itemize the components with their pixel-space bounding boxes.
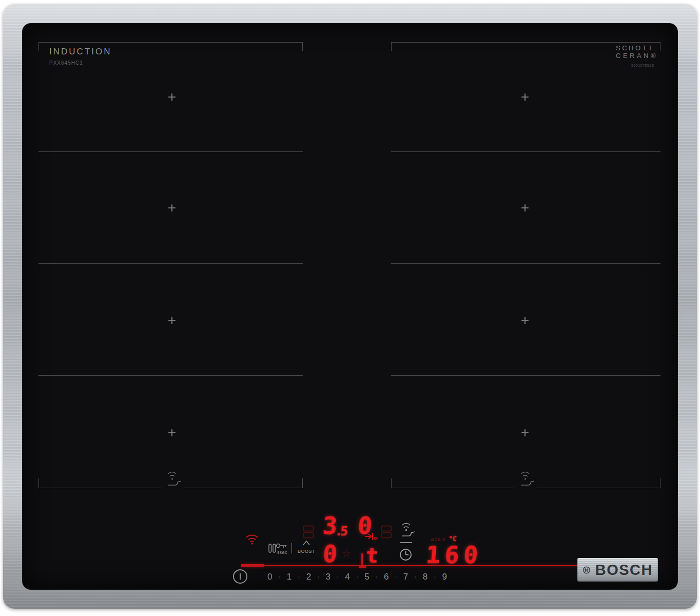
zone-plus-mark: +: [521, 90, 529, 104]
bosch-wordmark: BOSCH: [595, 563, 653, 578]
zone-plus-mark: +: [168, 313, 176, 328]
power-level-scale[interactable]: 0 · 1 · 2 · 3 · 4 · 5 · 6 · 7 · 8 · 9: [267, 571, 447, 582]
star-icon: ☆: [342, 548, 351, 559]
slider-number[interactable]: 6: [384, 572, 388, 581]
display-segment-bar: [361, 553, 363, 565]
zone-plus-mark: +: [168, 426, 176, 440]
chevron-up-icon[interactable]: [302, 540, 310, 546]
model-number-label: PXX645HC1: [49, 60, 83, 66]
zone-left-top-line: [38, 42, 303, 43]
slider-number[interactable]: 9: [442, 572, 446, 581]
zone-right-bottom-line-b: [537, 488, 660, 488]
pan-sensor-icon: [514, 471, 536, 488]
zone-plus-mark: +: [521, 201, 529, 215]
slider-number[interactable]: 2: [306, 572, 311, 581]
slider-track[interactable]: [264, 565, 616, 566]
slider-dot: ·: [414, 573, 417, 580]
slider-number[interactable]: 4: [345, 572, 349, 581]
zone-left-bottom-stub-r: [302, 478, 303, 488]
slider-number[interactable]: 7: [403, 572, 408, 581]
zone-left-divider-1: [38, 151, 303, 152]
zone-right-divider-2: [391, 263, 660, 264]
clock-icon[interactable]: [399, 548, 412, 561]
slider-dot: ·: [375, 573, 378, 580]
move-pan-icon: [364, 532, 379, 542]
power-button[interactable]: [233, 569, 247, 584]
display-zone-front-right: t: [365, 545, 379, 566]
slider-dot: ·: [317, 573, 320, 580]
zone-right-bottom-stub-l: [391, 478, 392, 488]
zone-plus-mark: +: [521, 313, 529, 328]
slider-number[interactable]: 5: [364, 572, 369, 581]
pause-icon[interactable]: [268, 544, 276, 553]
slider-dot: ·: [434, 573, 436, 580]
zone-left-divider-3: [38, 375, 303, 376]
slider-dot: ·: [356, 573, 359, 580]
slider-number[interactable]: 0: [267, 572, 272, 581]
zone-right-top-stub-l: [391, 42, 392, 51]
slider-number[interactable]: 3: [325, 572, 330, 581]
zone-plus-mark: +: [168, 90, 176, 104]
pan-sensor-icon: [161, 471, 183, 488]
zone-right-divider-3: [391, 375, 660, 376]
zone-left-bottom-line-b: [184, 488, 303, 488]
key-icon[interactable]: [276, 542, 288, 549]
slider-dot: ·: [298, 573, 300, 580]
divider: [291, 543, 292, 553]
zone-right-bottom-line-a: [391, 488, 514, 488]
slider-dot: ·: [395, 573, 397, 580]
zone-left-bottom-line-a: [38, 488, 162, 488]
display-zone-back-left: 3 . 5: [323, 514, 348, 537]
schott-ceran-logo: SCHOTT CERAN® 960107856B: [616, 44, 659, 67]
zone-plus-mark: +: [521, 426, 529, 440]
bosch-armature-icon: [582, 562, 591, 578]
bosch-badge: BOSCH: [577, 558, 658, 582]
power-icon: [240, 573, 241, 580]
display-digit-small: 5: [340, 525, 348, 537]
flex-zone-icon[interactable]: [303, 525, 314, 538]
ceran-code: 960107856B: [616, 64, 659, 67]
zone-left-divider-2: [38, 263, 303, 264]
stainless-steel-frame: INDUCTION PXX645HC1 SCHOTT CERAN® 960107…: [3, 4, 697, 609]
slider-number[interactable]: 8: [423, 572, 427, 581]
child-lock-label[interactable]: 4sec: [277, 550, 287, 555]
slider-dot: ·: [337, 573, 339, 580]
divider: [400, 542, 412, 543]
slider-number[interactable]: 1: [287, 572, 291, 581]
ceran-glass-surface: INDUCTION PXX645HC1 SCHOTT CERAN® 960107…: [23, 24, 677, 589]
zone-right-divider-1: [391, 151, 660, 152]
slider-active-segment[interactable]: [241, 564, 264, 567]
zone-right-top-stub-r: [660, 42, 660, 51]
zone-plus-mark: +: [168, 201, 176, 215]
boost-label[interactable]: BOOST: [298, 549, 315, 554]
schott-line: SCHOTT: [616, 44, 659, 52]
zone-left-bottom-stub-l: [38, 478, 39, 488]
pan-sensor-icon[interactable]: [398, 523, 415, 539]
ceran-line: CERAN®: [616, 52, 659, 60]
zone-left-top-stub-r: [302, 42, 303, 51]
slider-dot: ·: [278, 573, 281, 580]
induction-label: INDUCTION: [49, 47, 111, 57]
zone-right-top-line: [391, 42, 660, 43]
display-zone-front-left: 0: [322, 542, 338, 566]
flex-zone-icon[interactable]: [381, 525, 392, 538]
zone-left-top-stub-l: [38, 42, 39, 51]
zone-right-bottom-stub-r: [660, 478, 660, 488]
temperature-display: 160: [425, 543, 483, 567]
wifi-icon: [245, 534, 259, 545]
